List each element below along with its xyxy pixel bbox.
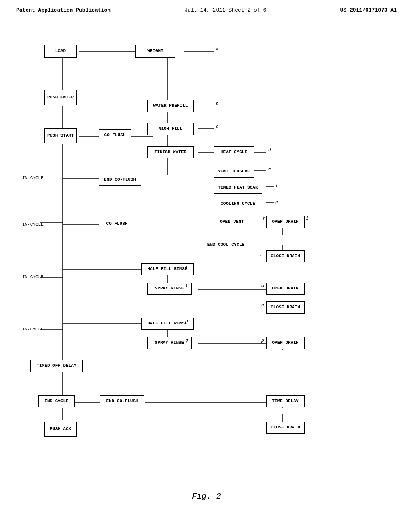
label-f: f [275, 183, 278, 188]
label-p: p [261, 338, 264, 343]
load-box: LOAD [44, 45, 77, 58]
close-drain-2-box: CLOSE DRAIN [266, 301, 305, 314]
label-j: j [259, 251, 262, 256]
header-left: Patent Application Publication [16, 7, 111, 13]
label-g: g [275, 200, 278, 204]
label-i: i [306, 216, 309, 221]
cooling-cycle-box: COOLING CYCLE [214, 198, 262, 210]
label-o: o [185, 319, 188, 324]
weight-box: WEIGHT [135, 45, 175, 58]
label-l: l [185, 284, 188, 289]
header-center: Jul. 14, 2011 Sheet 2 of 6 [184, 7, 266, 13]
diagram-area: LOAD WEIGHT PUSH ENTER PUSH START CO FLU… [0, 21, 413, 513]
end-cycle-box: END CYCLE [38, 395, 75, 407]
label-m: m [261, 284, 264, 289]
label-c: c [216, 124, 219, 129]
finish-water-box: FINISH WATER [147, 146, 194, 158]
label-q: q [185, 338, 188, 343]
co-flush-1-box: CO FLUSH [99, 129, 131, 141]
end-cool-cycle-box: END COOL CYCLE [202, 239, 250, 251]
open-drain-3-box: OPEN DRAIN [266, 337, 305, 349]
label-n: n [261, 303, 264, 308]
open-drain-1-box: OPEN DRAIN [266, 216, 305, 228]
close-drain-3-box: CLOSE DRAIN [266, 422, 305, 434]
label-e: e [268, 166, 271, 171]
page-header: Patent Application Publication Jul. 14, … [0, 0, 413, 17]
end-co-flush-1-box: END CO-FLUSH [99, 174, 141, 186]
water-prefill-box: WATER PREFILL [147, 100, 194, 112]
timed-heat-soak-box: TIMED HEAT SOAK [214, 182, 262, 194]
in-cycle-1-label: IN-CYCLE [22, 175, 44, 180]
time-delay-box: TIME DELAY [266, 395, 305, 407]
in-cycle-3-label: IN-CYCLE [22, 274, 44, 279]
close-drain-1-box: CLOSE DRAIN [266, 250, 305, 262]
label-h: h [263, 216, 266, 221]
timed-off-delay-box: TIMED OFF DELAY [30, 360, 83, 372]
in-cycle-4-label: IN-CYCLE [22, 327, 44, 332]
push-start-box: PUSH START [44, 128, 77, 143]
heat-cycle-box: HEAT CYCLE [214, 146, 254, 158]
label-a: a [216, 47, 219, 52]
naoh-fill-box: NaOH FILL [147, 123, 194, 135]
in-cycle-2-label: IN-CYCLE [22, 222, 44, 227]
open-vent-box: OPEN VENT [214, 216, 250, 228]
push-ack-box: PUSH ACK [44, 422, 77, 437]
label-b: b [216, 101, 219, 106]
end-co-flush-2-box: END CO-FLUSH [100, 395, 144, 407]
open-drain-2-box: OPEN DRAIN [266, 283, 305, 295]
label-d: d [268, 148, 271, 152]
push-enter-box: PUSH ENTER [44, 90, 77, 105]
header-right: US 2011/0171073 A1 [340, 7, 397, 13]
vent-closure-box: VENT CLOSURE [214, 166, 254, 178]
co-flush-2-box: CO-FLUSH [99, 218, 135, 230]
label-k: k [185, 264, 188, 269]
figure-caption: Fig. 2 [192, 492, 221, 501]
